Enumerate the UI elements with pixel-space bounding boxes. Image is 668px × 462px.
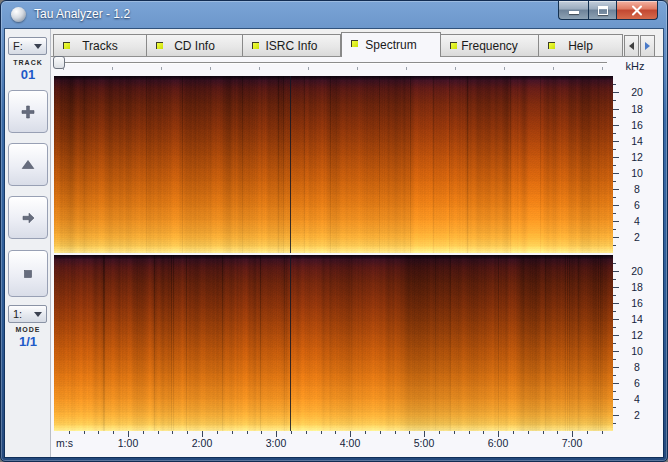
freq-tick-label: 20 [625,86,649,98]
freq-tick-label: 6 [625,199,649,211]
tab-scroll-right-button[interactable] [640,35,655,56]
time-axis-unit: m:s [56,437,73,449]
time-tick-label: 6:00 [480,437,516,449]
freq-tick [613,237,619,238]
slider-tick [308,67,309,70]
freq-tick-label: 10 [625,345,649,357]
tab-cd-info[interactable]: CD Info [147,34,243,56]
freq-tick [613,407,616,408]
freq-tick [613,157,619,158]
tab-indicator-icon [548,42,555,49]
time-tick [395,431,396,434]
titlebar[interactable]: Tau Analyzer - 1.2 [1,1,667,29]
tab-label: Tracks [82,39,118,53]
freq-tick [613,213,616,214]
plus-icon [21,105,35,119]
tab-frequency[interactable]: Frequency [441,34,539,56]
tab-isrc-info[interactable]: ISRC Info [243,34,341,56]
tab-label: Help [568,39,593,53]
freq-tick-label: 2 [625,409,649,421]
slider-tick [112,67,113,70]
freq-tick [613,229,616,230]
time-tick [158,431,159,434]
arrow-left-icon [629,42,634,50]
stop-icon [22,268,34,280]
stop-button[interactable] [8,250,48,297]
freq-tick [613,109,619,110]
time-tick-label: 3:00 [258,437,294,449]
seek-slider-thumb[interactable] [53,56,65,69]
freq-tick-label: 12 [625,151,649,163]
freq-axis-unit: kHz [619,60,651,72]
freq-tick [613,133,616,134]
time-tick [602,431,603,434]
time-tick [454,431,455,434]
time-tick [84,431,85,434]
time-tick [217,431,218,434]
sidebar: F: TRACK 01 [5,29,51,457]
time-tick [247,431,248,434]
spectrogram-channel-2 [54,255,613,431]
freq-tick [613,415,619,416]
seek-slider-track[interactable] [54,62,607,63]
freq-tick [613,189,619,190]
freq-tick [613,391,616,392]
eject-icon [21,159,35,171]
tab-indicator-icon [252,42,259,49]
freq-tick [613,303,619,304]
freq-tick [613,221,619,222]
freq-tick [613,287,619,288]
time-tick [513,431,514,434]
freq-tick-label: 20 [625,265,649,277]
eject-button[interactable] [8,143,48,186]
slider-tick [602,67,603,70]
freq-tick [613,100,616,101]
freq-tick-label: 8 [625,183,649,195]
spectrogram-channel-1 [54,76,613,253]
freq-tick-label: 10 [625,167,649,179]
slider-tick [504,67,505,70]
plus-button[interactable] [8,90,48,133]
track-number: 01 [5,67,51,82]
freq-tick [613,295,616,296]
freq-tick [613,149,616,150]
freq-tick-label: 2 [625,231,649,243]
close-icon [631,5,643,16]
time-tick [439,431,440,434]
next-button[interactable] [8,196,48,239]
time-tick [335,431,336,434]
freq-tick-label: 4 [625,215,649,227]
slider-tick [406,67,407,70]
mode-select[interactable]: 1: [8,305,47,323]
tab-spectrum[interactable]: Spectrum [341,32,441,57]
slider-tick [357,67,358,70]
drive-select[interactable]: F: [8,37,47,55]
slider-tick [210,67,211,70]
tab-label: CD Info [174,39,215,53]
freq-tick-label: 16 [625,119,649,131]
freq-tick [613,165,616,166]
freq-tick [613,319,619,320]
time-tick [143,431,144,434]
tab-scroll-left-button[interactable] [624,35,639,56]
freq-tick [613,351,619,352]
freq-tick [613,359,616,360]
freq-tick [613,141,619,142]
freq-tick [613,423,616,424]
close-button[interactable] [617,1,658,20]
minimize-button[interactable] [558,1,588,20]
tab-indicator-icon [351,40,358,47]
freq-tick [613,343,616,344]
maximize-button[interactable] [588,1,617,20]
freq-tick [613,279,616,280]
freq-tick [613,92,619,93]
tab-tracks[interactable]: Tracks [53,34,147,56]
tab-help[interactable]: Help [539,34,623,56]
slider-tick [161,67,162,70]
maximize-icon [598,6,608,15]
freq-tick [613,173,619,174]
freq-tick-label: 18 [625,103,649,115]
freq-tick-label: 4 [625,393,649,405]
tab-indicator-icon [63,42,70,49]
time-tick [483,431,484,434]
